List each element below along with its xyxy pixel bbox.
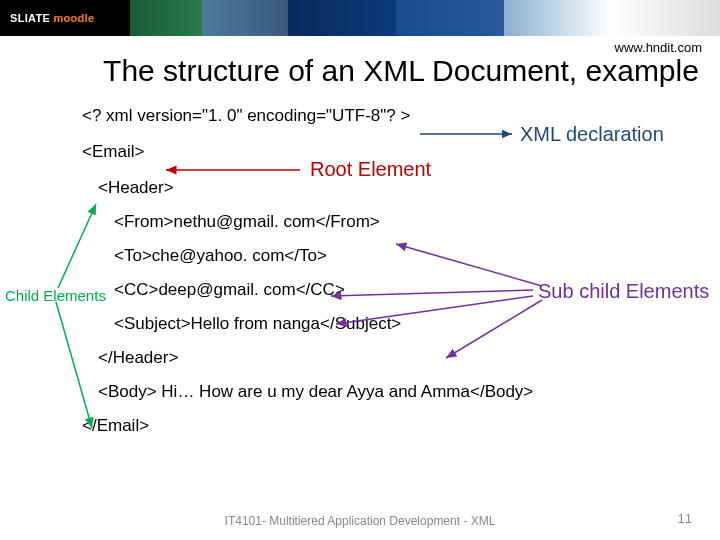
subject-line: <Subject>Hello from nanga</Subject> (82, 314, 720, 334)
from-line: <From>nethu@gmail. com</From> (82, 212, 720, 232)
code-block: <? xml version="1. 0" encoding="UTF-8"? … (0, 106, 720, 436)
body-line: <Body> Hi… How are u my dear Ayya and Am… (82, 382, 720, 402)
annotation-xml-declaration: XML declaration (520, 123, 664, 146)
header-close-tag: </Header> (82, 348, 720, 368)
logo: SLIATE moodle (6, 10, 98, 26)
footer-course: IT4101- Multitiered Application Developm… (0, 514, 720, 528)
annotation-sub-child-elements: Sub child Elements (538, 280, 709, 303)
slide-title: The structure of an XML Document, exampl… (0, 54, 720, 88)
to-line: <To>che@yahoo. com</To> (82, 246, 720, 266)
annotation-child-elements: Child Elements (5, 287, 106, 304)
page-number: 11 (678, 511, 692, 526)
header-banner: SLIATE moodle (0, 0, 720, 36)
site-url: www.hndit.com (615, 40, 702, 55)
header-open-tag: <Header> (82, 178, 720, 198)
email-close-tag: </Email> (82, 416, 720, 436)
annotation-root-element: Root Element (310, 158, 431, 181)
